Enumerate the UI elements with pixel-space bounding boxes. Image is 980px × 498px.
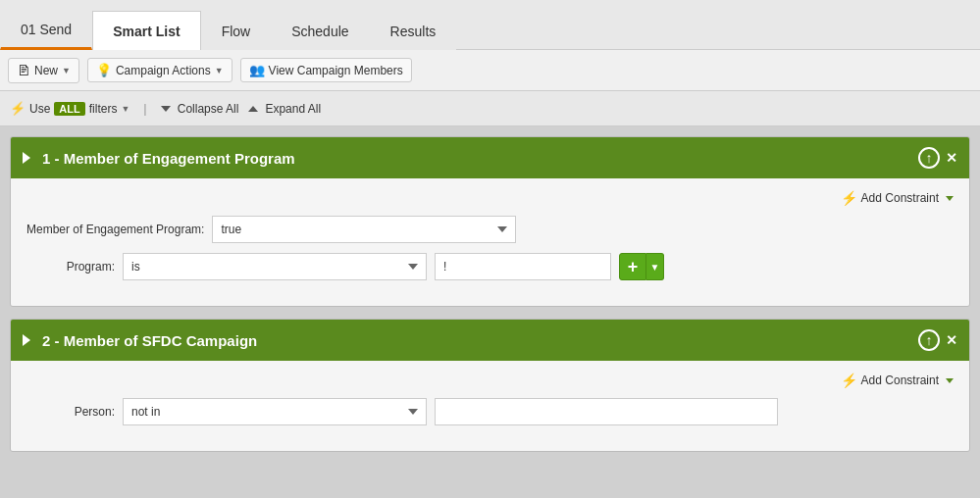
person-value-input[interactable] bbox=[435, 398, 778, 425]
main-content: 1 - Member of Engagement Program ↑ ✕ ⚡ A… bbox=[0, 126, 980, 498]
expand-label: Expand All bbox=[265, 102, 321, 116]
add-constraint-1-arrow bbox=[946, 196, 954, 201]
filter-1-add-constraint-label: Add Constraint bbox=[861, 191, 939, 205]
filter-card-1-body: ⚡ Add Constraint Member of Engagement Pr… bbox=[11, 178, 969, 306]
filter-1-add-constraint-button[interactable]: ⚡ Add Constraint bbox=[841, 190, 954, 206]
filter-1-field-1-label: Member of Engagement Program: bbox=[26, 223, 204, 236]
filter-2-add-constraint-row: ⚡ Add Constraint bbox=[26, 373, 954, 388]
bulb-icon: 💡 bbox=[96, 63, 112, 77]
filter-filters-label: filters bbox=[89, 102, 118, 116]
filter-2-up-button[interactable]: ↑ bbox=[918, 329, 940, 351]
filter-1-field-2-label: Program: bbox=[26, 260, 115, 274]
collapse-icon bbox=[161, 106, 171, 112]
filter-2-close-button[interactable]: ✕ bbox=[946, 332, 957, 348]
filter-card-2-header: 2 - Member of SFDC Campaign ↑ ✕ bbox=[11, 320, 969, 361]
new-dropdown-arrow: ▼ bbox=[62, 66, 71, 75]
filter-all-badge: ALL bbox=[54, 102, 84, 116]
tab-schedule[interactable]: Schedule bbox=[271, 11, 369, 50]
filter-2-add-constraint-button[interactable]: ⚡ Add Constraint bbox=[841, 373, 954, 388]
filter-card-2: 2 - Member of SFDC Campaign ↑ ✕ ⚡ Add Co… bbox=[10, 319, 970, 452]
filter-1-close-button[interactable]: ✕ bbox=[946, 150, 957, 166]
filter-bar: ⚡ Use ALL filters ▼ | Collapse All Expan… bbox=[0, 91, 980, 126]
filter-2-number-title: 2 - Member of SFDC Campaign bbox=[42, 332, 257, 349]
filter-1-number-title: 1 - Member of Engagement Program bbox=[42, 150, 295, 167]
new-label: New bbox=[34, 64, 58, 77]
filter-1-arrow-icon bbox=[23, 152, 30, 164]
collapse-label: Collapse All bbox=[178, 102, 239, 116]
filter-2-field-row-1: Person: not in in is is not bbox=[26, 398, 954, 425]
toolbar: 🖹 New ▼ 💡 Campaign Actions ▼ 👥 View Camp… bbox=[0, 50, 980, 91]
filter-all-arrow: ▼ bbox=[121, 104, 129, 114]
members-icon: 👥 bbox=[249, 63, 265, 77]
tab-smart-list-label: Smart List bbox=[113, 24, 180, 39]
filter-card-1: 1 - Member of Engagement Program ↑ ✕ ⚡ A… bbox=[10, 136, 970, 307]
filter-card-2-actions: ↑ ✕ bbox=[918, 329, 957, 351]
engagement-program-select[interactable]: true false bbox=[212, 216, 516, 243]
tab-results[interactable]: Results bbox=[370, 11, 457, 50]
filter-1-field-row-1: Member of Engagement Program: true false bbox=[26, 216, 954, 243]
collapse-all-button[interactable]: Collapse All bbox=[161, 102, 239, 116]
tab-schedule-label: Schedule bbox=[291, 24, 348, 39]
program-value-input[interactable] bbox=[435, 253, 611, 280]
filter-card-2-body: ⚡ Add Constraint Person: not in in is is… bbox=[11, 361, 969, 451]
filter-card-2-title: 2 - Member of SFDC Campaign bbox=[23, 332, 257, 349]
campaign-actions-button[interactable]: 💡 Campaign Actions ▼ bbox=[87, 58, 232, 82]
constraint-icon-1: ⚡ bbox=[841, 190, 857, 206]
expand-all-button[interactable]: Expand All bbox=[248, 102, 321, 116]
tab-send[interactable]: 01 Send bbox=[0, 11, 92, 50]
filter-2-arrow-icon bbox=[23, 334, 30, 346]
view-members-button[interactable]: 👥 View Campaign Members bbox=[240, 58, 412, 82]
filter-use-all[interactable]: ⚡ Use ALL filters ▼ bbox=[10, 101, 129, 116]
tab-bar: 01 Send Smart List Flow Schedule Results bbox=[0, 0, 980, 50]
tab-send-label: 01 Send bbox=[21, 22, 72, 37]
campaign-actions-label: Campaign Actions bbox=[116, 64, 211, 77]
filter-lightning: ⚡ bbox=[10, 101, 26, 116]
filter-1-add-constraint-row: ⚡ Add Constraint bbox=[26, 190, 954, 206]
filter-use-label: Use bbox=[29, 102, 50, 116]
new-button[interactable]: 🖹 New ▼ bbox=[8, 58, 79, 83]
add-value-plus-button[interactable]: + bbox=[619, 253, 646, 280]
constraint-icon-2: ⚡ bbox=[841, 373, 857, 388]
tab-flow[interactable]: Flow bbox=[201, 11, 272, 50]
tab-flow-label: Flow bbox=[222, 24, 251, 39]
view-members-label: View Campaign Members bbox=[269, 64, 403, 77]
person-operator-select[interactable]: not in in is is not bbox=[123, 398, 427, 425]
program-operator-select[interactable]: is is not bbox=[123, 253, 427, 280]
filter-1-field-row-2: Program: is is not + ▼ bbox=[26, 253, 954, 280]
add-value-dropdown-button[interactable]: ▼ bbox=[646, 253, 664, 280]
tab-smart-list[interactable]: Smart List bbox=[92, 11, 200, 50]
campaign-actions-arrow: ▼ bbox=[215, 66, 224, 75]
add-value-btn-group: + ▼ bbox=[619, 253, 664, 280]
expand-icon bbox=[248, 106, 258, 112]
tab-results-label: Results bbox=[390, 24, 437, 39]
filter-card-1-actions: ↑ ✕ bbox=[918, 147, 957, 169]
add-constraint-2-arrow bbox=[946, 378, 954, 383]
filter-card-1-header: 1 - Member of Engagement Program ↑ ✕ bbox=[11, 137, 969, 178]
filter-2-field-1-label: Person: bbox=[26, 405, 115, 419]
filter-2-add-constraint-label: Add Constraint bbox=[861, 374, 939, 387]
filter-card-1-title: 1 - Member of Engagement Program bbox=[23, 150, 295, 167]
filter-1-up-button[interactable]: ↑ bbox=[918, 147, 940, 169]
filter-divider: | bbox=[143, 101, 146, 116]
page-icon: 🖹 bbox=[17, 63, 30, 78]
